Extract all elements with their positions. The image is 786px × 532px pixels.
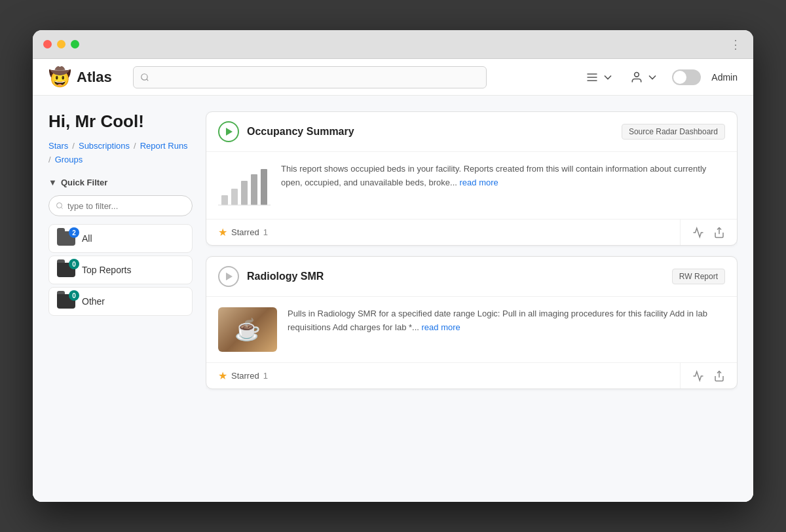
- sidebar: Hi, Mr Cool! Stars / Subscriptions / Rep…: [48, 111, 193, 486]
- traffic-lights: [43, 40, 79, 48]
- title-bar: ⋮: [33, 30, 753, 59]
- source-badge-radiology: RW Report: [672, 269, 725, 284]
- report-card-radiology-footer: ★ Starred 1: [206, 362, 737, 389]
- main-content: Occupancy Summary Source Radar Dashboard: [206, 111, 738, 486]
- play-icon-occupancy: [226, 128, 233, 136]
- chart-action-occupancy[interactable]: [692, 227, 704, 238]
- breadcrumb-subscriptions[interactable]: Subscriptions: [79, 141, 130, 151]
- play-button-radiology[interactable]: [218, 266, 239, 287]
- footer-right-radiology: [681, 363, 737, 389]
- user-chevron-icon: [646, 71, 659, 84]
- occupancy-chart: [218, 162, 271, 208]
- list-view-button[interactable]: [583, 68, 617, 86]
- report-card-radiology: Radiology SMR RW Report Pulls in Radiolo…: [206, 256, 738, 389]
- share-icon-occupancy: [713, 227, 725, 238]
- filter-item-top-reports[interactable]: 0 Top Reports: [48, 256, 193, 284]
- share-icon-radiology: [713, 370, 725, 382]
- share-action-occupancy[interactable]: [713, 227, 725, 238]
- search-input[interactable]: [133, 66, 487, 88]
- starred-label-radiology: Starred: [231, 371, 259, 381]
- starred-label-occupancy: Starred: [231, 227, 259, 237]
- breadcrumb-report-runs[interactable]: Report Runs: [140, 141, 188, 151]
- svg-rect-5: [231, 189, 238, 205]
- breadcrumb-sep-1: /: [72, 141, 75, 151]
- window-menu-dots[interactable]: ⋮: [730, 37, 743, 52]
- footer-left-occupancy: ★ Starred 1: [206, 219, 681, 245]
- filter-all-label: All: [82, 233, 92, 244]
- play-icon-radiology: [226, 273, 233, 280]
- svg-rect-6: [241, 181, 248, 205]
- report-card-occupancy-body: This report shows occupied beds in your …: [206, 152, 737, 219]
- folder-other-icon: 0: [57, 294, 75, 309]
- chart-icon-occupancy: [692, 227, 704, 238]
- toggle-track: [672, 69, 701, 85]
- star-icon-radiology: ★: [218, 370, 227, 382]
- breadcrumb-groups[interactable]: Groups: [55, 155, 83, 164]
- main-layout: Hi, Mr Cool! Stars / Subscriptions / Rep…: [33, 96, 753, 502]
- starred-count-radiology: 1: [263, 371, 268, 381]
- play-button-occupancy[interactable]: [218, 121, 239, 142]
- report-description-radiology: Pulls in Radiology SMR for a specified d…: [288, 307, 725, 335]
- read-more-radiology[interactable]: read more: [422, 322, 460, 332]
- svg-point-3: [635, 72, 639, 77]
- user-menu-button[interactable]: [627, 68, 662, 86]
- app-content: 🤠 Atlas: [33, 59, 753, 502]
- bar-chart-svg: [218, 162, 271, 208]
- admin-toggle[interactable]: [672, 69, 701, 85]
- filter-other-label: Other: [82, 296, 105, 307]
- user-icon: [630, 71, 643, 84]
- mac-window: ⋮ 🤠 Atlas: [33, 30, 753, 502]
- brand-emoji: 🤠: [48, 66, 71, 88]
- quick-filter-header: ▼ Quick Filter: [48, 178, 193, 187]
- brand: 🤠 Atlas: [48, 66, 112, 88]
- starred-count-occupancy: 1: [263, 227, 268, 237]
- breadcrumb: Stars / Subscriptions / Report Runs / Gr…: [48, 141, 193, 164]
- close-button[interactable]: [43, 40, 52, 48]
- filter-funnel-icon: ▼: [48, 178, 57, 187]
- breadcrumb-sep-2: /: [134, 141, 136, 151]
- report-card-occupancy-footer: ★ Starred 1: [206, 219, 737, 245]
- report-card-occupancy: Occupancy Summary Source Radar Dashboard: [206, 111, 738, 246]
- radiology-image: [218, 307, 277, 352]
- chevron-down-icon: [601, 71, 614, 84]
- filter-items: 2 All 0 Top Reports: [48, 224, 193, 316]
- report-description-occupancy: This report shows occupied beds in your …: [281, 162, 725, 190]
- breadcrumb-stars[interactable]: Stars: [48, 141, 68, 151]
- admin-label: Admin: [711, 72, 738, 83]
- chart-action-radiology[interactable]: [692, 370, 704, 382]
- star-icon-occupancy: ★: [218, 226, 227, 238]
- filter-item-all[interactable]: 2 All: [48, 224, 193, 253]
- breadcrumb-sep-3: /: [48, 155, 51, 164]
- read-more-occupancy[interactable]: read more: [460, 178, 498, 187]
- report-card-radiology-body: Pulls in Radiology SMR for a specified d…: [206, 297, 737, 362]
- badge-all: 2: [69, 227, 79, 238]
- chart-icon-radiology: [692, 370, 704, 382]
- report-card-radiology-header: Radiology SMR RW Report: [206, 257, 737, 297]
- badge-other: 0: [69, 290, 79, 301]
- filter-top-reports-label: Top Reports: [82, 265, 131, 275]
- folder-all-icon: 2: [57, 231, 75, 246]
- filter-input[interactable]: [48, 195, 193, 216]
- list-icon: [586, 71, 599, 84]
- folder-top-icon: 0: [57, 263, 75, 277]
- svg-rect-4: [221, 195, 228, 205]
- share-action-radiology[interactable]: [713, 370, 725, 382]
- source-badge-occupancy: Source Radar Dashboard: [622, 124, 725, 140]
- filter-item-other[interactable]: 0 Other: [48, 287, 193, 316]
- footer-left-radiology: ★ Starred 1: [206, 363, 681, 389]
- report-title-radiology: Radiology SMR: [247, 271, 664, 282]
- nav-right: Admin: [583, 68, 738, 86]
- maximize-button[interactable]: [71, 40, 79, 48]
- report-title-occupancy: Occupancy Summary: [247, 126, 614, 138]
- footer-right-occupancy: [681, 219, 737, 245]
- page-title: Hi, Mr Cool!: [48, 111, 193, 132]
- report-card-occupancy-header: Occupancy Summary Source Radar Dashboard: [206, 112, 737, 152]
- svg-rect-7: [251, 174, 257, 205]
- badge-top-reports: 0: [69, 259, 79, 269]
- svg-rect-8: [261, 169, 267, 205]
- top-nav: 🤠 Atlas: [33, 59, 753, 96]
- brand-name: Atlas: [77, 69, 112, 86]
- quick-filter-label: Quick Filter: [61, 178, 108, 187]
- minimize-button[interactable]: [57, 40, 66, 48]
